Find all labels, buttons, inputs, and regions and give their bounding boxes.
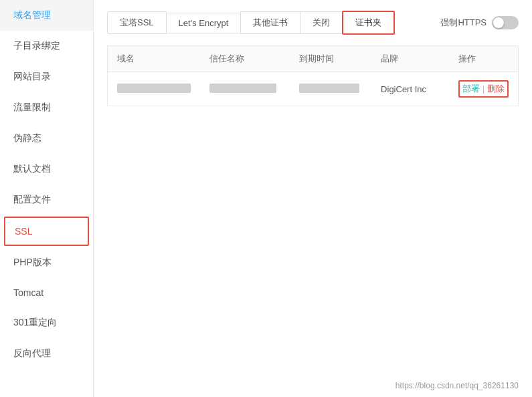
domain-blurred [117, 84, 191, 93]
col-header-brand: 品牌 [371, 46, 449, 72]
force-https-area: 强制HTTPS [440, 16, 519, 29]
col-header-expire: 到期时间 [290, 46, 371, 72]
tab-baota-ssl[interactable]: 宝塔SSL [107, 11, 167, 34]
action-separator: | [482, 84, 484, 94]
action-box: 部署 | 删除 [458, 80, 509, 98]
sidebar: 域名管理 子目录绑定 网站目录 流量限制 伪静态 默认文档 配置文件 SSL P… [0, 0, 94, 397]
watermark: https://blog.csdn.net/qq_36261130 [395, 381, 519, 390]
expire-blurred [299, 84, 359, 93]
cell-trust [200, 72, 290, 106]
sidebar-item-config-file[interactable]: 配置文件 [0, 184, 93, 215]
tab-lets-encrypt[interactable]: Let's Encrypt [166, 13, 242, 33]
cell-domain [108, 72, 201, 106]
sidebar-item-subdir-bind[interactable]: 子目录绑定 [0, 31, 93, 61]
col-header-trust: 信任名称 [200, 46, 290, 72]
sidebar-item-flow-limit[interactable]: 流量限制 [0, 92, 93, 123]
force-https-label: 强制HTTPS [440, 17, 486, 29]
trust-blurred [209, 84, 276, 93]
col-header-domain: 域名 [108, 46, 201, 72]
col-header-action: 操作 [449, 46, 519, 72]
sidebar-item-pseudo-static[interactable]: 伪静态 [0, 123, 93, 154]
cell-expire [290, 72, 371, 106]
sidebar-item-reverse-proxy[interactable]: 反向代理 [0, 338, 93, 369]
deploy-button[interactable]: 部署 [462, 83, 480, 95]
cert-table: 域名 信任名称 到期时间 品牌 操作 DigiCert Inc [107, 45, 519, 106]
delete-button[interactable]: 删除 [487, 83, 505, 95]
tab-other-cert[interactable]: 其他证书 [240, 11, 300, 34]
sidebar-item-tomcat[interactable]: Tomcat [0, 278, 93, 307]
tab-cert-folder[interactable]: 证书夹 [342, 11, 395, 35]
sidebar-item-website-dir[interactable]: 网站目录 [0, 61, 93, 92]
table-row: DigiCert Inc 部署 | 删除 [108, 72, 519, 106]
tab-bar: 宝塔SSL Let's Encrypt 其他证书 关闭 证书夹 强制HTTPS [107, 11, 519, 35]
cell-brand: DigiCert Inc [371, 72, 449, 106]
sidebar-item-domain-mgmt[interactable]: 域名管理 [0, 0, 93, 31]
sidebar-item-ssl[interactable]: SSL [4, 217, 89, 246]
tab-close[interactable]: 关闭 [300, 11, 343, 34]
force-https-toggle[interactable] [492, 16, 519, 29]
cell-action: 部署 | 删除 [449, 72, 519, 106]
sidebar-item-default-doc[interactable]: 默认文档 [0, 154, 93, 184]
sidebar-item-redirect-301[interactable]: 301重定向 [0, 307, 93, 338]
sidebar-item-php-version[interactable]: PHP版本 [0, 247, 93, 278]
main-content: 宝塔SSL Let's Encrypt 其他证书 关闭 证书夹 强制HTTPS … [94, 0, 532, 397]
